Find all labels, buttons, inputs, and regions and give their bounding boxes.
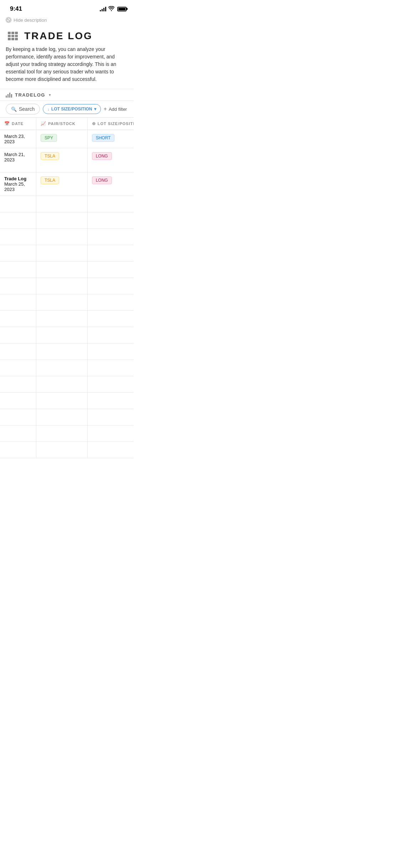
chevron-down-icon: ▾ (94, 107, 96, 112)
lot-cell: LONG (87, 148, 134, 172)
pair-tag: TSLA (41, 152, 59, 160)
status-bar: 9:41 (0, 0, 134, 16)
trade-table-wrapper: 📅 DATE 📈 PAIR/STOCK ⊕ LOT SIZE/POSITION (0, 117, 134, 458)
plus-icon: + (104, 106, 107, 112)
pair-cell: SPY (36, 130, 87, 148)
trade-log-header: TRADE LOG (0, 27, 134, 46)
svg-line-1 (7, 19, 10, 21)
tradelog-label: TRADELOG (15, 92, 45, 98)
table-row[interactable] (0, 376, 134, 393)
table-row[interactable]: Trade LogMarch 25,2023 TSLA LONG BREAKOU… (0, 172, 134, 196)
status-time: 9:41 (10, 5, 22, 12)
table-row[interactable] (0, 343, 134, 360)
col-header-pair[interactable]: 📈 PAIR/STOCK (36, 118, 87, 130)
date-cell: March 23,2023 (0, 130, 36, 148)
table-header-row: 📅 DATE 📈 PAIR/STOCK ⊕ LOT SIZE/POSITION (0, 118, 134, 130)
table-row[interactable] (0, 196, 134, 212)
table-row[interactable] (0, 294, 134, 311)
table-row[interactable] (0, 327, 134, 343)
signal-icon (100, 6, 106, 11)
bar-chart-icon (6, 92, 12, 98)
table-row[interactable] (0, 245, 134, 262)
col-header-date[interactable]: 📅 DATE (0, 118, 36, 130)
table-row[interactable] (0, 360, 134, 376)
add-filter-label: Add filter (109, 107, 127, 112)
table-row[interactable]: March 23,2023 SPY SHORT RANGE TR... (0, 130, 134, 148)
date-cell: Trade LogMarch 25,2023 (0, 172, 36, 196)
table-row[interactable] (0, 442, 134, 458)
page-title: TRADE LOG (24, 30, 93, 42)
table-row[interactable] (0, 212, 134, 229)
lot-size-filter-button[interactable]: ↓ LOT SIZE/POSITION ▾ (43, 104, 101, 114)
hide-description-label: Hide description (14, 17, 47, 23)
eye-off-icon (6, 17, 11, 23)
pair-tag: TSLA (41, 176, 59, 184)
plus-circle-icon: ⊕ (92, 121, 96, 126)
description-text: By keeping a trade log, you can analyze … (0, 46, 134, 89)
table-row[interactable] (0, 393, 134, 409)
lot-tag: LONG (92, 176, 112, 184)
date-cell: March 21,2023 (0, 148, 36, 172)
table-row[interactable] (0, 409, 134, 425)
table-icon (6, 30, 20, 42)
filter-arrow-icon: ↓ (47, 107, 50, 111)
trade-table: 📅 DATE 📈 PAIR/STOCK ⊕ LOT SIZE/POSITION (0, 118, 134, 458)
col-lot-label: LOT SIZE/POSITION (98, 122, 134, 126)
calendar-icon: 📅 (4, 121, 10, 126)
table-row[interactable] (0, 278, 134, 294)
lot-tag: LONG (92, 152, 112, 160)
lot-tag: SHORT (92, 134, 115, 142)
table-row[interactable] (0, 425, 134, 442)
filter-label: LOT SIZE/POSITION (51, 107, 92, 112)
pair-cell: TSLA (36, 172, 87, 196)
col-date-label: DATE (12, 122, 24, 126)
wifi-icon (108, 6, 114, 12)
chevron-down-icon: ▾ (49, 93, 51, 97)
lot-cell: SHORT (87, 130, 134, 148)
status-icons (100, 6, 127, 12)
add-filter-button[interactable]: + Add filter (104, 106, 127, 112)
hide-description-row[interactable]: Hide description (0, 16, 134, 27)
filter-row: 🔍 Search ↓ LOT SIZE/POSITION ▾ + Add fil… (0, 100, 134, 117)
chart-icon: 📈 (41, 121, 46, 126)
search-label: Search (19, 106, 35, 112)
table-row[interactable] (0, 262, 134, 278)
search-button[interactable]: 🔍 Search (6, 104, 40, 114)
table-row[interactable] (0, 229, 134, 245)
table-row[interactable] (0, 311, 134, 327)
battery-icon (117, 7, 127, 11)
lot-cell: LONG (87, 172, 134, 196)
col-header-lot[interactable]: ⊕ LOT SIZE/POSITION (87, 118, 134, 130)
search-icon: 🔍 (11, 107, 17, 112)
tradelog-subheader[interactable]: TRADELOG ▾ (0, 89, 134, 100)
pair-cell: TSLA (36, 148, 87, 172)
col-pair-label: PAIR/STOCK (48, 122, 76, 126)
table-row[interactable]: March 21,2023 TSLA LONG GAP BRE... TREND… (0, 148, 134, 172)
pair-tag: SPY (41, 134, 57, 142)
